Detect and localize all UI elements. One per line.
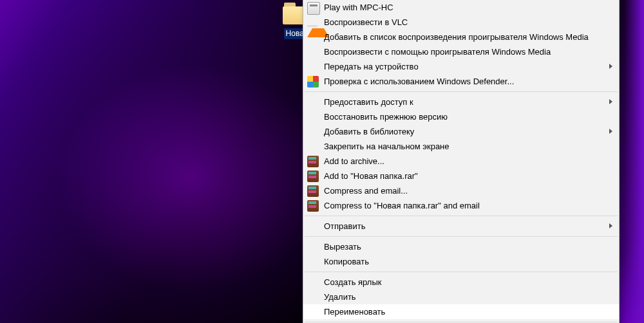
rar-icon [307,185,319,197]
menu-item-label: Передать на устройство [324,59,603,74]
menu-item-label: Compress to "Новая папка.rar" and email [324,198,603,213]
menu-separator [305,91,618,92]
menu-item-label: Восстановить прежнюю версию [324,109,603,124]
menu-item-rar-add[interactable]: Add to archive... [303,154,619,169]
menu-separator [305,322,618,322]
menu-item-mpc[interactable]: Play with MPC-HC [303,0,619,15]
menu-item-pin-start[interactable]: Закрепить на начальном экране [303,139,619,154]
menu-item-rar-addto[interactable]: Add to "Новая папка.rar" [303,169,619,183]
menu-item-label: Add to archive... [324,154,603,169]
menu-item-label: Воспроизвести в VLC [324,15,603,30]
wallpaper-edge [625,0,644,323]
rar-icon [307,200,319,212]
context-menu: Play with MPC-HCВоспроизвести в VLCДобав… [303,0,620,323]
menu-item-cast[interactable]: Передать на устройство [303,59,619,74]
menu-item-copy[interactable]: Копировать [303,254,619,269]
chevron-right-icon [609,64,612,69]
menu-item-label: Воспроизвести с помощью проигрывателя Wi… [324,44,603,59]
menu-item-rar-mailto[interactable]: Compress to "Новая папка.rar" and email [303,198,619,213]
menu-item-label: Отправить [324,219,603,234]
menu-separator [305,216,618,216]
menu-item-wmp-play[interactable]: Воспроизвести с помощью проигрывателя Wi… [303,44,619,59]
menu-item-label: Закрепить на начальном экране [324,139,603,154]
menu-item-rename[interactable]: Переименовать [303,304,619,319]
menu-item-cut[interactable]: Вырезать [303,239,619,254]
menu-item-label: Add to "Новая папка.rar" [324,169,603,183]
menu-item-label: Переименовать [324,304,603,319]
menu-item-give-access[interactable]: Предоставить доступ к [303,95,619,109]
menu-item-label: Compress and email... [324,183,603,198]
rar-icon [307,171,319,182]
shield-icon [307,76,319,88]
menu-item-label: Play with MPC-HC [324,0,603,15]
menu-item-vlc[interactable]: Воспроизвести в VLC [303,15,619,30]
menu-separator [305,236,618,237]
menu-item-label: Проверка с использованием Windows Defend… [324,74,603,89]
menu-separator [305,272,618,272]
desktop[interactable]: Новая Play with MPC-HCВоспроизвести в VL… [0,0,644,323]
menu-item-label: Создать ярлык [324,275,603,290]
rar-icon [307,156,319,167]
menu-item-label: Добавить в список воспроизведения проигр… [324,30,603,44]
menu-item-label: Вырезать [324,239,603,254]
chevron-right-icon [609,223,612,228]
menu-item-shortcut[interactable]: Создать ярлык [303,275,619,290]
menu-item-label: Удалить [324,290,603,304]
chevron-right-icon [609,99,612,104]
menu-item-label: Предоставить доступ к [324,95,603,109]
menu-item-library[interactable]: Добавить в библиотеку [303,124,619,139]
mpc-icon [307,2,320,15]
menu-item-sendto[interactable]: Отправить [303,219,619,234]
menu-item-rar-mail[interactable]: Compress and email... [303,183,619,198]
menu-item-wmp-add[interactable]: Добавить в список воспроизведения проигр… [303,30,619,44]
menu-item-label: Копировать [324,254,603,269]
menu-item-label: Добавить в библиотеку [324,124,603,139]
menu-item-delete[interactable]: Удалить [303,290,619,304]
menu-item-restore[interactable]: Восстановить прежнюю версию [303,109,619,124]
menu-item-defender[interactable]: Проверка с использованием Windows Defend… [303,74,619,89]
chevron-right-icon [609,129,612,134]
